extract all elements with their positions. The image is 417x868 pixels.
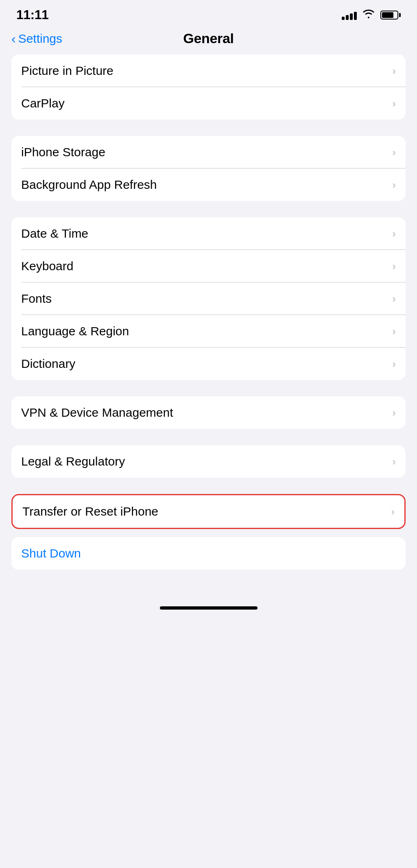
settings-group-transfer: Transfer or Reset iPhone › <box>11 494 406 529</box>
home-bar <box>160 606 258 610</box>
settings-group-storage: iPhone Storage › Background App Refresh … <box>11 136 406 201</box>
settings-group-4: VPN & Device Management › <box>11 396 406 429</box>
fonts-label: Fonts <box>21 292 52 306</box>
carplay-chevron-icon: › <box>392 97 396 110</box>
settings-item-carplay[interactable]: CarPlay › <box>11 87 406 120</box>
settings-item-vpn[interactable]: VPN & Device Management › <box>11 396 406 429</box>
signal-icon <box>342 10 357 20</box>
wifi-icon <box>362 9 375 21</box>
page-title: General <box>183 31 234 46</box>
signal-bar-1 <box>342 17 345 20</box>
settings-item-transfer-reset[interactable]: Transfer or Reset iPhone › <box>13 495 404 528</box>
date-time-label: Date & Time <box>21 227 88 241</box>
settings-item-fonts[interactable]: Fonts › <box>11 282 406 315</box>
status-icons <box>342 9 401 21</box>
iphone-storage-chevron-icon: › <box>392 146 396 159</box>
language-region-label: Language & Region <box>21 324 129 338</box>
settings-group-localization: Date & Time › Keyboard › Fonts › Languag… <box>11 217 406 380</box>
battery-icon <box>380 11 401 20</box>
settings-item-iphone-storage[interactable]: iPhone Storage › <box>11 136 406 168</box>
carplay-label: CarPlay <box>21 96 65 110</box>
background-refresh-chevron-icon: › <box>392 179 396 191</box>
settings-group-transfer-wrapper: Transfer or Reset iPhone › <box>11 494 406 529</box>
pip-chevron-icon: › <box>392 65 396 77</box>
settings-group-pip-carplay: Picture in Picture › CarPlay › <box>11 55 406 120</box>
settings-group-3: Date & Time › Keyboard › Fonts › Languag… <box>11 217 406 380</box>
signal-bar-4 <box>354 12 357 20</box>
back-label: Settings <box>18 32 62 46</box>
shutdown-label: Shut Down <box>21 547 81 560</box>
settings-group-vpn: VPN & Device Management › <box>11 396 406 429</box>
settings-item-keyboard[interactable]: Keyboard › <box>11 250 406 282</box>
keyboard-chevron-icon: › <box>392 260 396 273</box>
settings-item-date-time[interactable]: Date & Time › <box>11 217 406 250</box>
vpn-label: VPN & Device Management <box>21 406 173 420</box>
date-time-chevron-icon: › <box>392 227 396 240</box>
settings-group-1: Picture in Picture › CarPlay › <box>11 55 406 120</box>
settings-item-background-refresh[interactable]: Background App Refresh › <box>11 168 406 201</box>
status-time: 11:11 <box>16 7 48 22</box>
language-region-chevron-icon: › <box>392 325 396 338</box>
background-refresh-label: Background App Refresh <box>21 178 157 192</box>
vpn-chevron-icon: › <box>392 407 396 419</box>
legal-chevron-icon: › <box>392 455 396 468</box>
back-chevron-icon: ‹ <box>11 32 16 45</box>
iphone-storage-label: iPhone Storage <box>21 145 105 159</box>
settings-group-5: Legal & Regulatory › <box>11 445 406 478</box>
home-indicator <box>0 594 417 618</box>
dictionary-label: Dictionary <box>21 357 75 371</box>
settings-content: Picture in Picture › CarPlay › iPhone St… <box>0 55 417 570</box>
transfer-reset-chevron-icon: › <box>391 505 395 518</box>
settings-group-2: iPhone Storage › Background App Refresh … <box>11 136 406 201</box>
nav-header: ‹ Settings General <box>0 26 417 55</box>
pip-label: Picture in Picture <box>21 64 114 78</box>
settings-item-pip[interactable]: Picture in Picture › <box>11 55 406 87</box>
status-bar: 11:11 <box>0 0 417 26</box>
legal-label: Legal & Regulatory <box>21 455 125 468</box>
dictionary-chevron-icon: › <box>392 358 396 370</box>
fonts-chevron-icon: › <box>392 293 396 305</box>
transfer-reset-label: Transfer or Reset iPhone <box>22 505 158 518</box>
settings-group-legal: Legal & Regulatory › <box>11 445 406 478</box>
settings-item-shutdown[interactable]: Shut Down <box>11 537 406 570</box>
signal-bar-3 <box>350 13 353 20</box>
settings-item-language-region[interactable]: Language & Region › <box>11 315 406 348</box>
settings-group-shutdown: Shut Down <box>11 537 406 570</box>
keyboard-label: Keyboard <box>21 259 73 273</box>
back-button[interactable]: ‹ Settings <box>11 32 62 46</box>
settings-group-shutdown-wrapper: Shut Down <box>11 537 406 570</box>
signal-bar-2 <box>346 15 349 20</box>
settings-item-legal[interactable]: Legal & Regulatory › <box>11 445 406 478</box>
settings-item-dictionary[interactable]: Dictionary › <box>11 348 406 380</box>
